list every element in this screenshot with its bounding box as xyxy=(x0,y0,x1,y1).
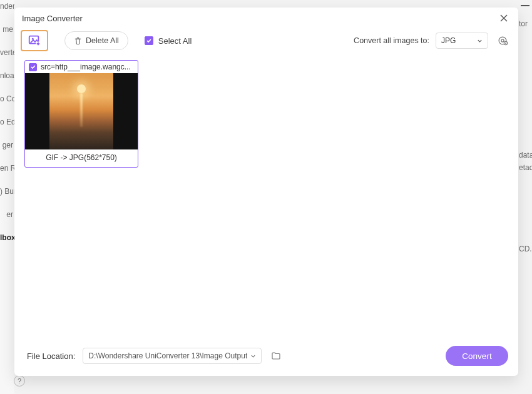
trash-icon xyxy=(74,37,82,45)
output-format-value: JPG xyxy=(441,36,456,45)
chevron-down-icon xyxy=(250,353,256,359)
gear-icon xyxy=(497,35,508,46)
image-card[interactable]: src=http___image.wangc... GIF -> JPG(562… xyxy=(24,60,138,168)
convert-to-label: Convert all images to: xyxy=(354,36,429,45)
image-checkbox[interactable] xyxy=(29,63,37,71)
delete-all-label: Delete All xyxy=(86,36,119,45)
toolbar-left: Delete All Select All xyxy=(21,30,192,51)
chevron-down-icon xyxy=(477,38,483,44)
delete-all-button[interactable]: Delete All xyxy=(64,31,128,50)
dialog-header: Image Converter xyxy=(14,8,518,28)
dialog-title: Image Converter xyxy=(22,14,83,23)
toolbar-right: Convert all images to: JPG xyxy=(354,33,511,49)
thumbnail-preview xyxy=(49,73,113,149)
file-location-select[interactable]: D:\Wondershare UniConverter 13\Image Out… xyxy=(83,348,262,364)
folder-icon xyxy=(271,351,281,361)
image-converter-dialog: Image Converter Delete All xyxy=(14,8,518,376)
image-thumbnail xyxy=(25,73,138,149)
close-icon xyxy=(500,14,508,22)
image-filename: src=http___image.wangc... xyxy=(41,63,134,71)
add-image-icon xyxy=(28,34,41,48)
select-all-checkbox[interactable]: Select All xyxy=(145,36,192,46)
output-format-select[interactable]: JPG xyxy=(436,33,488,49)
checkbox-checked-icon xyxy=(30,64,36,70)
svg-point-10 xyxy=(505,43,506,44)
file-location-path: D:\Wondershare UniConverter 13\Image Out… xyxy=(88,351,247,360)
add-image-button[interactable] xyxy=(21,30,48,51)
help-icon[interactable]: ? xyxy=(14,375,25,386)
output-settings-button[interactable] xyxy=(494,33,511,49)
select-all-label: Select All xyxy=(158,36,192,46)
bg-sidebar: nder me verte nloa o Co o Ed ger en R ) … xyxy=(0,0,14,394)
checkbox-checked-icon xyxy=(145,36,153,45)
dialog-footer: File Location: D:\Wondershare UniConvert… xyxy=(14,337,518,376)
images-grid: src=http___image.wangc... GIF -> JPG(562… xyxy=(14,58,518,337)
svg-point-8 xyxy=(501,39,504,42)
open-folder-button[interactable] xyxy=(269,349,283,363)
bg-right: tor data etada CD. xyxy=(518,18,532,394)
toolbar: Delete All Select All Convert all images… xyxy=(14,28,518,58)
image-card-header: src=http___image.wangc... xyxy=(25,61,138,73)
minimize-icon[interactable] xyxy=(521,5,529,6)
close-button[interactable] xyxy=(497,11,511,25)
image-conversion-caption: GIF -> JPG(562*750) xyxy=(25,149,138,167)
file-location-label: File Location: xyxy=(27,351,75,361)
convert-button[interactable]: Convert xyxy=(446,346,508,366)
